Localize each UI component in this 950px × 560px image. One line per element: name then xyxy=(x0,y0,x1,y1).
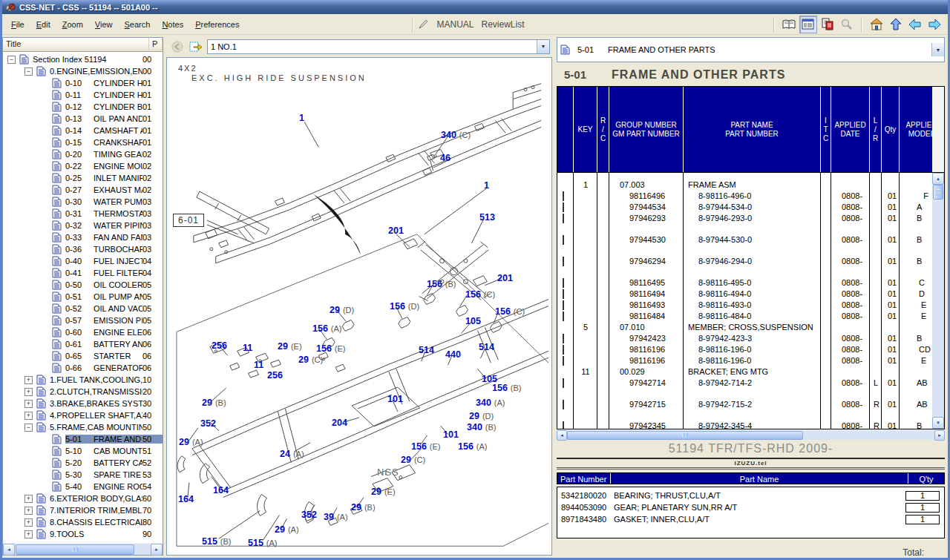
row-checkbox[interactable] xyxy=(563,421,564,429)
review-qty-field[interactable]: 1 xyxy=(905,491,940,501)
tree-item-1-FUEL-TANK-COOLING-[interactable]: +1.FUEL TANK,COOLING,AI...10 xyxy=(3,374,163,386)
table-row[interactable]: 981164938-98116-493-00808-01 E xyxy=(557,299,932,310)
scroll-down-button[interactable]: ▼ xyxy=(932,417,944,429)
scroll-left-button-2[interactable]: ◄ xyxy=(557,430,567,441)
tree-horizontal-scrollbar[interactable]: ◄ ► xyxy=(3,543,163,555)
tree-item-0-ENGINE-EMISSION-EN[interactable]: −0.ENGINE,EMISSION,ENGI...00 xyxy=(3,65,163,77)
tree-item-5-30[interactable]: 5-30SPARE TIRE C...53 xyxy=(3,469,163,481)
table-row[interactable]: 979462938-97946-293-00808-01B xyxy=(557,212,932,223)
manual-label[interactable]: MANUAL xyxy=(436,19,474,30)
expand-icon[interactable]: + xyxy=(24,400,33,408)
tree-item-9-TOOLS[interactable]: +9.TOOLS90 xyxy=(3,528,163,540)
tree-item-0-14[interactable]: 0-14CAMSHAFT AN..01 xyxy=(3,125,163,136)
callout-156-13[interactable]: 156(A) xyxy=(312,323,342,334)
table-row[interactable]: 981161968-98116-196-00808-01 CD F xyxy=(557,343,932,355)
parts-horizontal-scrollbar[interactable]: ◄ ► xyxy=(557,429,945,440)
callout-515-47[interactable]: 515(B) xyxy=(202,536,232,547)
tree-item-5-10[interactable]: 5-10CAB MOUNTIN..51 xyxy=(3,445,163,457)
callout-156-11[interactable]: 156(C) xyxy=(495,306,525,317)
tree-header-page[interactable]: P xyxy=(149,38,163,52)
tree-item-0-27[interactable]: 0-27EXHAUST MAN..02 xyxy=(3,184,163,196)
callout-156-36[interactable]: 156(A) xyxy=(458,441,488,452)
tree-item-0-65[interactable]: 0-65STARTER06 xyxy=(3,350,163,362)
table-row[interactable]: 1100.029BRACKET; ENG MTG xyxy=(557,366,932,377)
callout-256-14[interactable]: 256 xyxy=(212,340,227,351)
section-select-dropdown[interactable]: 5-01 FRAME AND OTHER PARTS ▼ xyxy=(557,37,945,62)
row-checkbox[interactable] xyxy=(563,378,564,388)
tree-item-0-60[interactable]: 0-60ENGINE ELECT..06 xyxy=(3,326,163,338)
column-header-applied-model[interactable]: APPLIEDMODEL xyxy=(900,87,932,172)
review-qty-field[interactable]: 1 xyxy=(905,515,940,524)
callout-156-17[interactable]: 156(E) xyxy=(316,343,346,354)
callout-11-15[interactable]: 11 xyxy=(243,343,252,353)
tree-item-0-50[interactable]: 0-50OIL COOLER A..05 xyxy=(3,279,163,291)
tree-item-0-36[interactable]: 0-36TURBOCHARG...03 xyxy=(3,243,163,255)
callout-105-12[interactable]: 105 xyxy=(465,316,481,326)
home-icon[interactable] xyxy=(868,16,885,33)
menu-file[interactable]: File xyxy=(5,17,30,32)
callout-11-22[interactable]: 11 xyxy=(254,360,263,370)
collapse-icon[interactable]: − xyxy=(24,424,33,432)
tree-item-5-20[interactable]: 5-20BATTERY CAR...52 xyxy=(3,457,163,469)
column-header-l-/-r[interactable]: L/R xyxy=(870,87,882,172)
scroll-thumb[interactable] xyxy=(16,544,134,555)
tree-item-0-57[interactable]: 0-57EMISSION PIPI..05 xyxy=(3,314,163,326)
callout-29-43[interactable]: 29(B) xyxy=(351,502,376,513)
review-list-row[interactable]: 8944053090GEAR; PLANETARY SUN,RR A/T1 xyxy=(557,501,944,513)
tree-item-0-52[interactable]: 0-52OIL AND VACU..05 xyxy=(3,303,163,314)
table-row[interactable]: 981164968-98116-496-00808-01 F xyxy=(557,190,932,201)
callout-29-40[interactable]: 29(E) xyxy=(371,487,396,497)
callout-201-5[interactable]: 201 xyxy=(388,225,404,236)
tree-header-title[interactable]: Title xyxy=(3,38,149,52)
table-row[interactable]: 979423458-97942-345-40808-R01B xyxy=(557,409,932,429)
callout-29-38[interactable]: 29(C) xyxy=(401,455,425,465)
row-checkbox[interactable] xyxy=(563,257,564,266)
tree-item-0-31[interactable]: 0-31THERMOSTAT ..03 xyxy=(3,208,163,220)
callout-164-42[interactable]: 164 xyxy=(178,494,194,504)
callout-156-35[interactable]: 156(E) xyxy=(411,441,441,452)
forward-arrow-icon[interactable] xyxy=(926,16,943,33)
callout-514-18[interactable]: 514 xyxy=(419,345,434,355)
row-checkbox[interactable] xyxy=(563,334,564,343)
callout-156-9[interactable]: 156(D) xyxy=(390,301,419,312)
row-checkbox[interactable] xyxy=(563,300,564,310)
section-ref-box[interactable]: 6-01 xyxy=(173,214,204,227)
callout-164-41[interactable]: 164 xyxy=(213,485,229,495)
callout-101-34[interactable]: 101 xyxy=(443,429,459,440)
tree-item-0-32[interactable]: 0-32WATER PIPIN...03 xyxy=(3,220,163,231)
tree-item-0-15[interactable]: 0-15CRANKSHAFT,..01 xyxy=(3,136,163,148)
menu-notes[interactable]: Notes xyxy=(156,17,189,32)
callout-204-31[interactable]: 204 xyxy=(332,418,347,428)
callout-29-10[interactable]: 29(D) xyxy=(330,305,354,315)
tree-item-0-41[interactable]: 0-41FUEL FILTER A..04 xyxy=(3,267,163,279)
column-header-key[interactable]: KEY xyxy=(574,87,597,172)
column-header-select[interactable] xyxy=(557,87,574,172)
tree-item-5-01[interactable]: 5-01FRAME AND O...50 xyxy=(3,433,163,445)
callout-514-20[interactable]: 514 xyxy=(479,342,494,352)
callout-156-8[interactable]: 156(C) xyxy=(465,289,495,300)
callout-nss-39[interactable]: NSS xyxy=(377,467,399,478)
expand-icon[interactable]: + xyxy=(24,412,33,420)
expand-icon[interactable]: + xyxy=(24,376,33,384)
tree-item-5-FRAME-CAB-MOUNTING[interactable]: −5.FRAME,CAB MOUNTING50 xyxy=(3,421,163,433)
callout-24-37[interactable]: 24(A) xyxy=(280,449,304,459)
expand-icon[interactable]: + xyxy=(24,507,33,515)
callout-340-1[interactable]: 340(C) xyxy=(441,130,471,140)
callout-29-29[interactable]: 29(D) xyxy=(469,411,494,421)
tree-item-0-30[interactable]: 0-30WATER PUMP ..03 xyxy=(3,196,163,208)
callout-440-19[interactable]: 440 xyxy=(445,349,461,360)
tree-item-0-66[interactable]: 0-66GENERATOR06 xyxy=(3,362,163,374)
row-checkbox[interactable] xyxy=(563,191,564,201)
row-checkbox[interactable] xyxy=(563,312,564,321)
review-list-row[interactable]: 5342180020BEARING; THRUST,CLU,A/T1 xyxy=(557,490,944,501)
column-header-part name-part number[interactable]: PART NAMEPART NUMBER xyxy=(684,87,821,172)
tree-item-5-40[interactable]: 5-40ENGINE ROOM..54 xyxy=(3,481,163,493)
column-header-applied-date[interactable]: APPLIEDDATE xyxy=(831,87,870,172)
expand-icon[interactable]: + xyxy=(24,495,33,503)
callout-156-7[interactable]: 156(B) xyxy=(427,279,456,289)
callout-515-48[interactable]: 515(A) xyxy=(248,538,278,548)
callout-46-2[interactable]: 46 xyxy=(440,153,451,163)
expand-icon[interactable]: + xyxy=(24,530,33,538)
callout-340-27[interactable]: 340(A) xyxy=(476,398,505,408)
table-row[interactable]: 979427148-97942-714-20808-L01AB xyxy=(557,377,932,388)
